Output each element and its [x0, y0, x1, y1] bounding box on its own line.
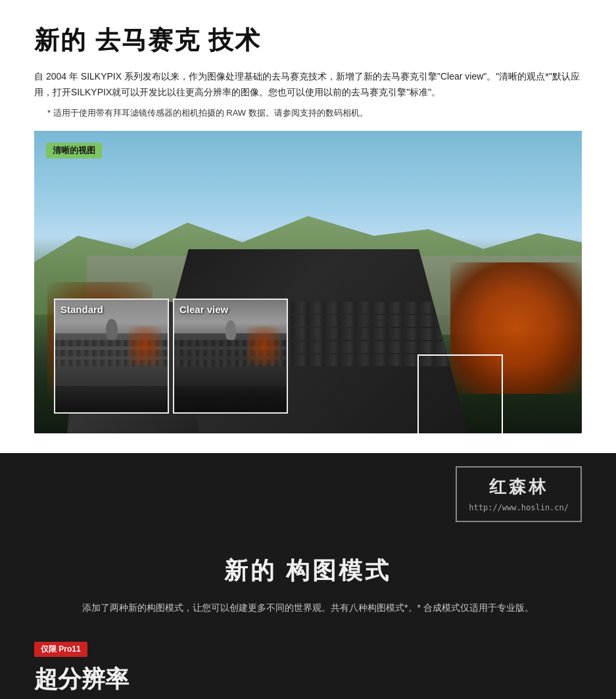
clear-view-label: 清晰的视图 [46, 143, 102, 158]
inset-standard: Standard [54, 299, 169, 414]
demosaic-title: 新的 去马赛克 技术 [34, 24, 582, 57]
inset-standard-scene [55, 300, 168, 412]
composition-description: 添加了两种新的构图模式，让您可以创建更多不同的世界观。共有八种构图模式*。* 合… [34, 600, 582, 616]
watermark-url: http://www.hoslin.cn/ [469, 503, 569, 512]
tree-clear [247, 326, 280, 366]
inset-standard-label: Standard [60, 304, 103, 315]
figurine-standard [106, 319, 118, 340]
demosaic-image: 清晰的视图 Standard [34, 131, 582, 433]
watermark-section: 红森林 http://www.hoslin.cn/ [0, 453, 616, 529]
zoom-indicator [417, 354, 503, 433]
comparison-container: Standard [54, 299, 288, 414]
watermark-box: 红森林 http://www.hoslin.cn/ [456, 466, 582, 522]
super-res-title: 超分辨率 [34, 663, 582, 696]
tree-standard [128, 326, 161, 366]
inset-clear-scene [174, 300, 287, 412]
inset-clear: Clear view [173, 299, 288, 414]
page-wrapper: 新的 去马赛克 技术 自 2004 年 SILKYPIX 系列发布以来，作为图像… [0, 0, 616, 699]
composition-section: 新的 构图模式 添加了两种新的构图模式，让您可以创建更多不同的世界观。共有八种构… [0, 529, 616, 629]
figurine-clear [225, 320, 236, 340]
demosaic-note: * 适用于使用带有拜耳滤镜传感器的相机拍摄的 RAW 数据。请参阅支持的数码相机… [47, 107, 582, 119]
composition-title: 新的 构图模式 [34, 555, 582, 587]
super-res-section: 仅限 Pro11 超分辨率 [0, 629, 616, 699]
inset-clear-label: Clear view [179, 304, 228, 315]
watermark-title: 红森林 [469, 475, 569, 498]
demosaic-section: 新的 去马赛克 技术 自 2004 年 SILKYPIX 系列发布以来，作为图像… [0, 0, 616, 453]
demosaic-description: 自 2004 年 SILKYPIX 系列发布以来，作为图像处理基础的去马赛克技术… [34, 69, 582, 101]
pro-badge: 仅限 Pro11 [34, 642, 87, 657]
